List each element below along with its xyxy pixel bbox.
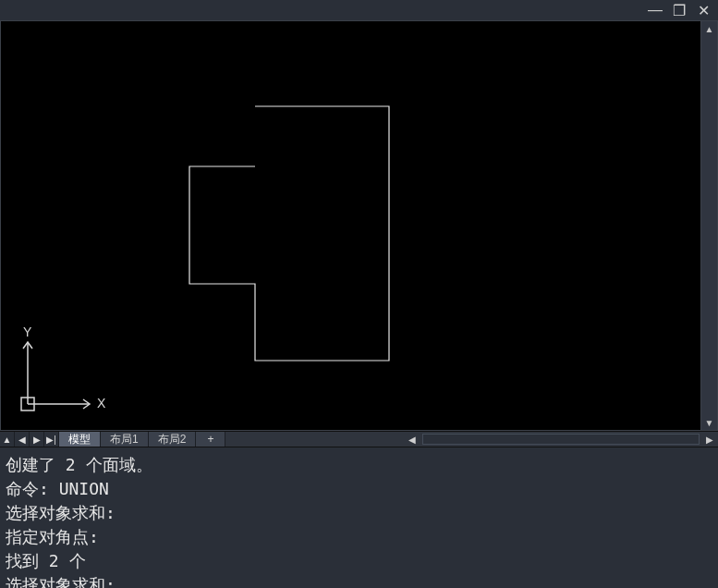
minimize-button[interactable]: — — [648, 3, 663, 18]
ucs-x-label: X — [97, 396, 106, 410]
drawing-area-container: X Y ▲ ▼ — [0, 20, 718, 431]
tab-model[interactable]: 模型 — [59, 432, 101, 447]
model-viewport[interactable]: X Y — [1, 21, 700, 430]
ucs-y-label: Y — [23, 325, 32, 339]
tab-nav-prev[interactable]: ◀ — [15, 432, 30, 447]
union-region-outline — [189, 106, 389, 361]
scroll-down-button[interactable]: ▼ — [701, 415, 717, 430]
command-line: 命令: UNION — [6, 477, 711, 501]
close-icon: ✕ — [698, 2, 710, 19]
prev-icon: ◀ — [18, 435, 26, 445]
chevron-left-icon: ◀ — [408, 435, 416, 445]
command-line: 找到 2 个 — [6, 549, 711, 573]
tabbar-spacer — [225, 432, 404, 447]
first-icon: ▲ — [3, 435, 12, 445]
chevron-down-icon: ▼ — [705, 418, 714, 428]
last-icon: ▶| — [46, 435, 56, 445]
cad-application: — ❐ ✕ X Y ▲ ▼ — [0, 0, 718, 588]
horizontal-scrollbar[interactable]: ◀ ▶ — [404, 432, 718, 447]
scroll-up-button[interactable]: ▲ — [701, 21, 717, 36]
command-line: 选择对象求和: — [6, 501, 711, 525]
title-bar: — ❐ ✕ — [0, 0, 718, 20]
tab-nav-next[interactable]: ▶ — [30, 432, 44, 447]
vertical-scrollbar[interactable]: ▲ ▼ — [700, 21, 717, 430]
restore-icon: ❐ — [673, 2, 686, 19]
close-button[interactable]: ✕ — [696, 3, 711, 18]
command-line: 创建了 2 个面域。 — [6, 453, 711, 477]
hscroll-left-button[interactable]: ◀ — [404, 435, 420, 445]
tab-nav-last[interactable]: ▶| — [44, 432, 59, 447]
tab-nav-first[interactable]: ▲ — [0, 432, 15, 447]
hscroll-track[interactable] — [422, 434, 700, 445]
command-line: 选择对象求和: — [6, 573, 711, 588]
ucs-icon: X Y — [14, 325, 106, 421]
tab-label: 布局2 — [158, 432, 187, 447]
plus-icon: + — [207, 433, 213, 446]
hscroll-right-button[interactable]: ▶ — [701, 435, 718, 445]
tab-add[interactable]: + — [196, 432, 225, 447]
minimize-icon: — — [648, 2, 663, 18]
tab-label: 模型 — [68, 432, 91, 447]
tab-layout1[interactable]: 布局1 — [101, 432, 149, 447]
command-history[interactable]: 创建了 2 个面域。 命令: UNION 选择对象求和: 指定对角点: 找到 2… — [0, 447, 718, 588]
chevron-right-icon: ▶ — [706, 435, 713, 445]
tab-layout2[interactable]: 布局2 — [149, 432, 197, 447]
layout-tab-bar: ▲ ◀ ▶ ▶| 模型 布局1 布局2 + ◀ ▶ — [0, 431, 718, 447]
tab-label: 布局1 — [110, 432, 139, 447]
next-icon: ▶ — [33, 435, 41, 445]
vertical-scroll-track[interactable] — [701, 36, 717, 415]
command-line: 指定对角点: — [6, 525, 711, 549]
restore-button[interactable]: ❐ — [672, 3, 687, 18]
chevron-up-icon: ▲ — [705, 24, 714, 34]
